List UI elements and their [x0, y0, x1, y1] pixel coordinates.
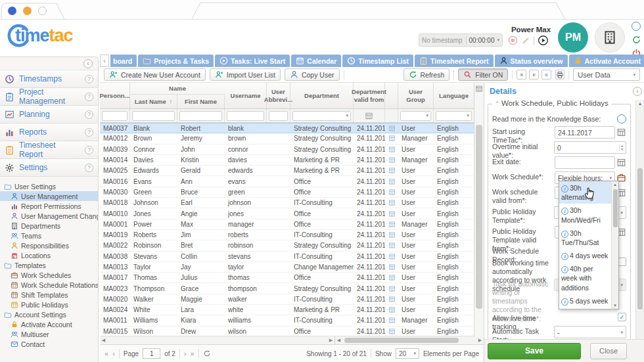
- create-new-user-account-button[interactable]: Create New User Account: [104, 68, 206, 81]
- tree-item-account-settings[interactable]: Account Settings: [0, 309, 98, 319]
- row-calendar-icon[interactable]: [385, 208, 398, 218]
- date-input[interactable]: [555, 156, 615, 169]
- help-icon[interactable]: ?: [85, 75, 93, 83]
- table-row-MA0020[interactable]: MA0020WalkerMaggiewalkerIT-Consulting24.…: [100, 294, 474, 305]
- filter-select[interactable]: ▾: [436, 111, 472, 121]
- next-page-button[interactable]: ›: [184, 350, 187, 357]
- date-picker-button[interactable]: [616, 127, 626, 137]
- tree-item-work-schedule-rotations[interactable]: Work Schedule Rotations: [0, 280, 98, 290]
- tab-board[interactable]: board: [110, 55, 137, 67]
- table-row-MA0038[interactable]: MA0038StevansCollinstevansIT-Consulting2…: [100, 252, 474, 262]
- refresh-icon[interactable]: [203, 350, 211, 357]
- prev-page-button[interactable]: ‹: [112, 350, 115, 357]
- table-row-MA0017[interactable]: MA0017ThomasJuliusthomasOffice24.11.2017…: [100, 273, 474, 283]
- tree-item-activate-account[interactable]: Activate Account: [0, 319, 98, 329]
- tree-item-user-management-changelog[interactable]: User Management Changelog: [0, 211, 98, 221]
- column-header-language[interactable]: Language: [434, 83, 474, 108]
- row-calendar-icon[interactable]: [385, 155, 398, 165]
- row-calendar-icon[interactable]: [385, 262, 398, 272]
- last-page-button[interactable]: »: [191, 350, 195, 357]
- dropdown-option-30h-alternating[interactable]: i30h alternating: [559, 181, 611, 204]
- sidebar-item-project-management[interactable]: Project Management?: [0, 88, 98, 106]
- details-collapse-button[interactable]: ›: [633, 87, 642, 96]
- tab-projects-tasks[interactable]: Projects & Tasks: [138, 55, 214, 67]
- tab-activate-account[interactable]: Activate Account: [569, 55, 644, 67]
- save-button[interactable]: Save: [488, 343, 581, 359]
- grid-vertical-scrollbar[interactable]: [474, 83, 484, 337]
- page-size-select[interactable]: 20▾: [396, 348, 419, 359]
- dropdown-scrollbar[interactable]: ▲ ▼: [611, 181, 618, 309]
- help-icon[interactable]: ?: [85, 93, 93, 101]
- row-calendar-icon[interactable]: [385, 273, 398, 283]
- avatar[interactable]: PM: [558, 22, 588, 53]
- filter-select[interactable]: ▾: [292, 111, 351, 121]
- help-icon[interactable]: ?: [85, 164, 93, 172]
- tree-item-report-permissions[interactable]: Report Permissions: [0, 201, 98, 211]
- column-header-last-name[interactable]: Last Name ↑: [130, 95, 177, 108]
- table-row-MA0010[interactable]: MA0010JonesAngiejonesOffice24.11.2017Use…: [100, 208, 474, 219]
- checkbox-checked[interactable]: ✓: [618, 313, 626, 321]
- table-row-MA0024[interactable]: MA0024WhiteLarawhiteMarketing & PR24.11.…: [100, 305, 474, 315]
- filter-on-button[interactable]: Filter ON: [458, 68, 508, 81]
- sidebar-item-timesheet-report[interactable]: Timesheet Report?: [0, 141, 98, 159]
- window-dot-blue[interactable]: [8, 7, 16, 15]
- details-scrollbar[interactable]: ▲: [635, 100, 644, 339]
- tree-item-departments[interactable]: Departments: [0, 221, 98, 231]
- column-header-username[interactable]: Username: [225, 83, 267, 108]
- scrollbar-thumb[interactable]: [637, 168, 643, 309]
- tab-scroll-left-button[interactable]: ‹: [100, 55, 109, 67]
- page-input[interactable]: 1: [143, 348, 160, 359]
- import-user-list-button[interactable]: Import User List: [210, 68, 281, 81]
- help-icon[interactable]: ?: [85, 110, 93, 119]
- sidebar-item-settings[interactable]: Settings?: [0, 159, 98, 177]
- tree-item-work-schedules[interactable]: Work Schedules: [0, 270, 98, 280]
- spinner-buttons[interactable]: ▴▾: [619, 145, 623, 151]
- table-row-MA0030[interactable]: MA0030GreenBrucegreenOffice24.11.2017Use…: [100, 187, 474, 198]
- column-header-first-name[interactable]: First Name: [177, 95, 225, 108]
- table-row-MA0018[interactable]: MA0018JohnsonEarljohnsonIT-Consulting24.…: [100, 198, 474, 208]
- column-header-icon[interactable]: [385, 83, 398, 108]
- row-calendar-icon[interactable]: [385, 315, 398, 325]
- organization-button[interactable]: [595, 22, 625, 53]
- filter-input[interactable]: [179, 111, 222, 121]
- tree-item-shift-templates[interactable]: Shift Templates: [0, 290, 98, 300]
- h-scrollbar-left[interactable]: ◀ ▶: [100, 336, 335, 344]
- tab-status-overview[interactable]: Status overview: [495, 55, 568, 67]
- tree-item-user-management[interactable]: User Management: [0, 191, 98, 201]
- sidebar-collapse-button[interactable]: ‹: [83, 59, 93, 68]
- sidebar-item-reports[interactable]: Reports?: [0, 124, 98, 141]
- help-icon[interactable]: ?: [85, 146, 93, 154]
- tree-item-public-holidays[interactable]: Public Holidays: [0, 300, 98, 309]
- tab-timesheet-report[interactable]: Timesheet Report: [415, 55, 494, 67]
- row-calendar-icon[interactable]: [385, 252, 398, 261]
- row-calendar-icon[interactable]: [385, 327, 398, 336]
- first-page-button[interactable]: «: [104, 350, 108, 357]
- export-x-icon[interactable]: x: [517, 70, 526, 79]
- table-row-MA0025[interactable]: MA0025EdwardsGeraldedwardsMarketing & PR…: [100, 166, 474, 176]
- help-icon[interactable]: ?: [85, 128, 93, 137]
- column-chooser-icon[interactable]: [475, 85, 483, 93]
- scroll-left-arrow[interactable]: ◀: [100, 336, 107, 344]
- row-calendar-icon[interactable]: [385, 230, 398, 240]
- scroll-up-arrow[interactable]: ▲: [636, 101, 644, 106]
- close-button[interactable]: Close: [590, 343, 627, 359]
- filter-calendar-button[interactable]: [365, 111, 373, 120]
- scroll-left-arrow[interactable]: ◀: [335, 336, 342, 344]
- tree-item-templates[interactable]: Templates: [0, 260, 98, 270]
- knowledge-base-help-icon[interactable]: [617, 114, 626, 124]
- column-header-personn[interactable]: Personn...: [100, 83, 130, 108]
- window-dot-yellow[interactable]: [23, 7, 32, 15]
- timestamp-widget[interactable]: No timestamp run... 00:00:00 ▾: [419, 34, 503, 47]
- dropdown-option-40h-per-week-with-additions[interactable]: i40h per week with additions: [559, 262, 611, 294]
- stop-icon[interactable]: [508, 35, 518, 45]
- table-row-MA0014[interactable]: MA0014DaviesKristindaviesMarketing & PR2…: [100, 155, 474, 166]
- column-header-user-abbrevi[interactable]: User Abbrevi...: [267, 83, 290, 108]
- window-dot-white[interactable]: [38, 7, 47, 15]
- scrollbar-thumb[interactable]: [613, 189, 618, 227]
- collapse-caret-icon[interactable]: ⌃: [495, 101, 501, 107]
- tab-tasks-live-start[interactable]: Tasks: Live Start: [215, 55, 290, 67]
- filter-input[interactable]: [269, 111, 288, 121]
- number-input[interactable]: 0▴▾: [554, 141, 626, 154]
- row-calendar-icon[interactable]: [385, 305, 398, 315]
- refresh-button[interactable]: Refresh: [403, 68, 450, 81]
